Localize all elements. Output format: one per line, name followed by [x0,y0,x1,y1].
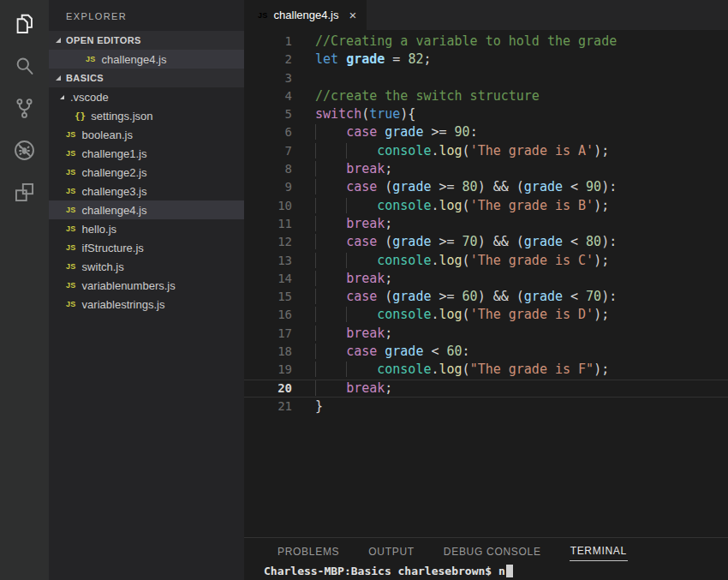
token-punct: ( [462,253,470,268]
code-text[interactable]: break; [292,215,392,233]
terminal-input[interactable]: Charless-MBP:Basics charlesebrown$ n [244,561,728,580]
tree-item[interactable]: JSvariablestrings.js [49,295,244,314]
source-control-icon[interactable] [12,95,38,121]
tree-item[interactable]: JSboolean.js [49,125,244,144]
code-line: 19 console.log("The grade is F"); [244,361,728,379]
js-file-icon: JS [66,281,76,290]
line-number[interactable]: 8 [244,160,292,178]
terminal-cursor [506,565,513,577]
line-number[interactable]: 20 [244,380,292,398]
line-number[interactable]: 19 [244,361,292,379]
line-number[interactable]: 4 [244,87,292,105]
code-text[interactable]: } [292,398,323,416]
code-text[interactable]: let grade = 82; [292,51,431,69]
indent-guide [346,198,377,213]
line-number[interactable]: 16 [244,306,292,324]
tree-item[interactable]: JShello.js [49,219,244,238]
token-punct: ); [594,362,609,377]
tree-item[interactable]: JSswitch.js [49,257,244,276]
tree-item[interactable]: JSchallenge1.js [49,144,244,163]
panel-tab-debug-console[interactable]: DEBUG CONSOLE [443,542,542,561]
line-number[interactable]: 13 [244,252,292,270]
panel-tab-terminal[interactable]: TERMINAL [570,541,628,561]
code-text[interactable]: //Creating a variable to hold the grade [292,33,617,51]
line-number[interactable]: 1 [244,33,292,51]
token-number: 90 [586,179,601,194]
code-text[interactable]: //create the switch structure [292,87,540,105]
tree-item[interactable]: JSvariablenumbers.js [49,276,244,295]
line-number[interactable]: 14 [244,270,292,288]
panel-tab-problems[interactable]: PROBLEMS [277,542,340,561]
code-text[interactable]: console.log("The grade is F"); [292,361,609,379]
token-number: 60 [447,344,462,359]
line-number[interactable]: 5 [244,105,292,123]
line-number[interactable]: 21 [244,398,292,416]
extensions-icon[interactable] [12,179,38,205]
token-function: log [439,143,462,158]
tree-item-label: challenge2.js [82,166,147,179]
line-number[interactable]: 15 [244,288,292,306]
code-text[interactable]: break; [292,270,392,288]
code-text[interactable]: case grade >= 90: [292,123,478,141]
tree-item-label: boolean.js [82,129,133,141]
code-text[interactable] [292,69,315,87]
section-header[interactable]: BASICS [49,69,244,87]
code-text[interactable]: break; [292,380,392,398]
code-text[interactable]: case (grade >= 60) && (grade < 70): [292,288,617,306]
code-text[interactable]: switch(true){ [292,105,415,123]
js-file-icon: JS [66,300,76,308]
activity-bar [0,0,49,580]
sidebar-explorer: EXPLORER OPEN EDITORSJSchallenge4.jsBASI… [49,0,244,580]
vscode-window: EXPLORER OPEN EDITORSJSchallenge4.jsBASI… [0,0,728,580]
code-text[interactable]: console.log('The grade is B'); [292,197,609,215]
code-text[interactable]: break; [292,325,392,343]
indent-guide [315,161,346,176]
debug-icon[interactable] [12,137,38,163]
tree-item[interactable]: JSchallenge3.js [49,182,244,200]
line-number[interactable]: 18 [244,343,292,361]
bottom-panel: PROBLEMSOUTPUTDEBUG CONSOLETERMINAL Char… [244,537,728,580]
tree-item[interactable]: JSchallenge4.js [49,50,244,69]
line-number[interactable]: 17 [244,325,292,343]
tree-item[interactable]: {}settings.json [49,106,244,125]
token-punct: < [563,289,586,304]
tab-challenge4[interactable]: JS challenge4.js × [244,0,367,30]
code-text[interactable]: break; [292,160,392,178]
indent-guide [315,124,346,140]
line-number[interactable]: 12 [244,233,292,251]
token-support: console [377,362,431,377]
search-icon[interactable] [12,53,38,79]
line-number[interactable]: 3 [244,69,292,87]
line-number[interactable]: 11 [244,215,292,233]
token-punct: ( [462,198,470,213]
code-editor[interactable]: 1//Creating a variable to hold the grade… [244,30,728,537]
section-header[interactable]: OPEN EDITORS [49,31,244,50]
tree-item[interactable]: JSchallenge2.js [49,163,244,182]
line-number[interactable]: 6 [244,123,292,141]
line-number[interactable]: 2 [244,51,292,69]
token-punct: >= [431,234,462,249]
line-number[interactable]: 9 [244,178,292,196]
token-number: 80 [586,234,601,249]
tree-item[interactable]: JSchallenge4.js [49,200,244,219]
code-text[interactable]: case grade < 60: [292,343,470,361]
tree-item[interactable]: .vscode [49,87,244,106]
token-variable: grade [524,234,563,249]
close-icon[interactable]: × [349,9,357,21]
token-punct: >= [423,124,454,140]
line-number[interactable]: 10 [244,197,292,215]
tree-item[interactable]: JSifStructure.js [49,238,244,257]
code-text[interactable]: case (grade >= 80) && (grade < 90): [292,178,617,196]
code-line: 9 case (grade >= 80) && (grade < 90): [244,178,728,196]
editor-group: JS challenge4.js × 1//Creating a variabl… [244,0,728,580]
code-text[interactable]: console.log('The grade is A'); [292,142,609,160]
token-string: 'The grade is A' [470,143,594,158]
token-function: log [439,307,462,322]
panel-tab-output[interactable]: OUTPUT [367,542,415,561]
explorer-icon[interactable] [12,11,38,37]
tree-item-label: ifStructure.js [82,242,144,254]
code-text[interactable]: console.log('The grade is C'); [292,252,609,270]
code-text[interactable]: console.log('The grade is D'); [292,306,609,324]
line-number[interactable]: 7 [244,142,292,160]
code-text[interactable]: case (grade >= 70) && (grade < 80): [292,233,617,251]
